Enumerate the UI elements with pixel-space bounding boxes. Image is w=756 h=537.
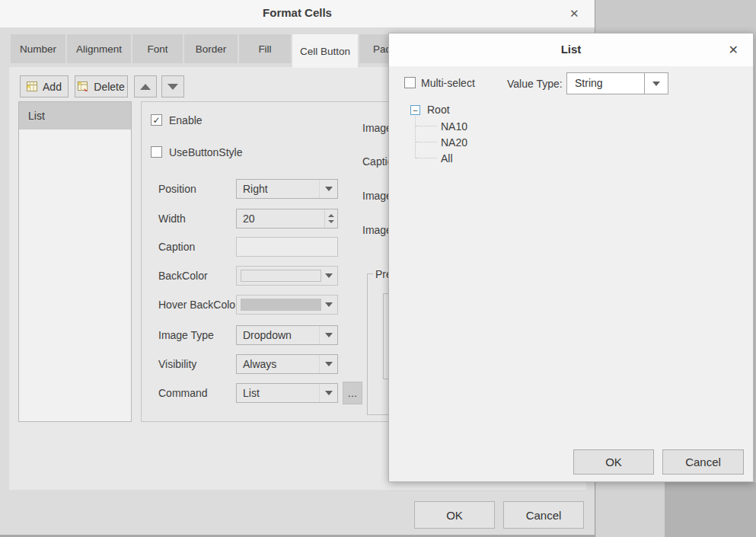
list-dialog-title: List (389, 43, 753, 56)
list-dialog-ok-button[interactable]: OK (573, 449, 654, 475)
position-value: Right (243, 183, 268, 195)
width-value: 20 (243, 213, 255, 225)
tree-node-all[interactable]: All (441, 152, 453, 165)
cell-button-listbox: List (18, 101, 132, 422)
format-cells-cancel-button[interactable]: Cancel (503, 501, 584, 529)
list-item-list[interactable]: List (19, 102, 131, 129)
add-button[interactable]: Add (20, 75, 69, 97)
format-cells-ok-button[interactable]: OK (414, 501, 495, 529)
command-ellipsis-button[interactable]: … (343, 382, 362, 404)
backcolor-swatch (241, 270, 321, 282)
tree-connector (416, 126, 437, 126)
caption-input[interactable] (236, 237, 338, 257)
add-grid-icon (27, 82, 37, 91)
usebuttonstyle-label: UseButtonStyle (169, 146, 243, 158)
position-dropdown[interactable]: Right (236, 179, 338, 199)
down-arrow-icon (167, 84, 178, 90)
format-cells-close-icon[interactable]: ✕ (569, 8, 579, 19)
ellipsis-icon: … (348, 388, 358, 399)
tree-connector-vertical (415, 117, 416, 158)
hover-backcolor-swatch (241, 299, 321, 311)
backcolor-picker[interactable] (236, 266, 338, 286)
stepper-arrows-icon[interactable] (324, 209, 337, 228)
hover-backcolor-label: Hover BackColor (158, 299, 239, 311)
move-down-button[interactable] (161, 75, 184, 97)
delete-grid-icon (78, 82, 88, 91)
command-label: Command (158, 387, 208, 399)
dropdown-arrow-icon (321, 267, 337, 285)
tree-connector (416, 142, 437, 142)
tab-cell-button[interactable]: Cell Button (292, 34, 358, 68)
image-type-dropdown[interactable]: Dropdown (236, 325, 338, 345)
visibility-label: Visibility (158, 358, 196, 370)
value-type-dropdown[interactable]: String (566, 72, 668, 94)
tab-font[interactable]: Font (132, 34, 183, 63)
list-dialog: List ✕ Multi-select Value Type: String −… (388, 33, 754, 482)
width-stepper[interactable]: 20 (236, 209, 338, 229)
tree-node-root[interactable]: Root (427, 104, 450, 116)
position-label: Position (158, 183, 196, 195)
up-arrow-icon (140, 84, 151, 90)
tree-node-na10[interactable]: NA10 (441, 120, 467, 133)
delete-button[interactable]: Delete (75, 75, 128, 97)
dropdown-arrow-icon (319, 384, 337, 402)
multi-select-checkbox[interactable] (404, 77, 416, 88)
image-type-value: Dropdown (243, 329, 292, 341)
tab-border[interactable]: Border (184, 34, 238, 63)
tab-alignment[interactable]: Alignment (67, 34, 131, 63)
list-dialog-close-icon[interactable]: ✕ (729, 44, 738, 56)
dropdown-arrow-icon (319, 326, 337, 344)
hover-backcolor-picker[interactable] (236, 295, 338, 315)
tree-node-na20[interactable]: NA20 (441, 136, 467, 149)
add-button-label: Add (43, 81, 62, 93)
tab-number[interactable]: Number (11, 34, 65, 63)
backcolor-label: BackColor (158, 270, 208, 282)
format-cells-titlebar: Format Cells ✕ (0, 0, 595, 27)
background-panel-light (596, 482, 665, 537)
caption-label: Caption (158, 241, 195, 253)
delete-button-label: Delete (94, 81, 124, 93)
command-value: List (243, 387, 260, 399)
visibility-dropdown[interactable]: Always (236, 354, 338, 374)
check-icon: ✓ (152, 116, 160, 125)
image-type-label: Image Type (158, 329, 214, 341)
background-panel-dark (665, 482, 756, 537)
value-type-value: String (575, 77, 603, 89)
format-cells-title: Format Cells (0, 6, 595, 19)
multi-select-label: Multi-select (421, 77, 475, 89)
list-dialog-cancel-button[interactable]: Cancel (662, 449, 744, 475)
value-type-label: Value Type: (507, 78, 563, 90)
tree-connector (416, 158, 437, 158)
dropdown-arrow-icon (321, 296, 337, 314)
dropdown-arrow-icon (644, 73, 668, 94)
enable-checkbox[interactable]: ✓ (151, 114, 162, 126)
screen: Format Cells ✕ Number Alignment Font Bor… (0, 0, 756, 537)
minus-glyph: − (413, 107, 417, 114)
move-up-button[interactable] (134, 75, 157, 97)
visibility-value: Always (243, 358, 276, 370)
dropdown-arrow-icon (319, 180, 337, 198)
tab-fill[interactable]: Fill (239, 34, 291, 63)
enable-label: Enable (169, 114, 203, 126)
dropdown-arrow-icon (319, 355, 337, 373)
tree-collapse-icon[interactable]: − (410, 105, 420, 115)
width-label: Width (158, 213, 186, 225)
usebuttonstyle-checkbox[interactable] (151, 146, 162, 158)
command-dropdown[interactable]: List (236, 383, 338, 403)
list-dialog-titlebar: List ✕ (389, 34, 753, 66)
